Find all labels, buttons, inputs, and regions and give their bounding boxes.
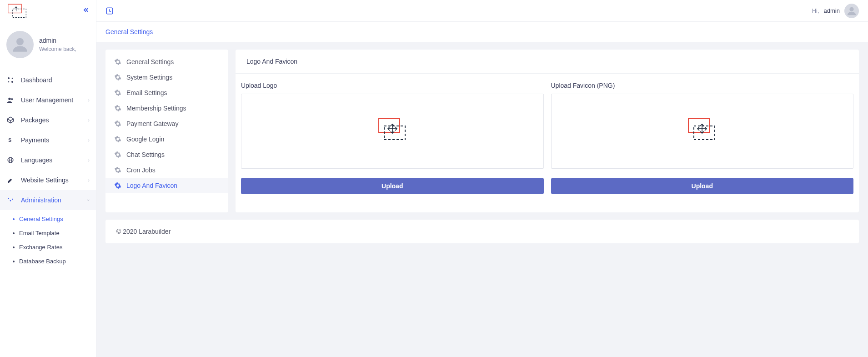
subnav-label: Database Backup [19,258,66,265]
breadcrumb[interactable]: General Settings [96,22,868,42]
upload-favicon-label: Upload Favicon (PNG) [551,82,854,89]
subnav-database-backup[interactable]: Database Backup [0,254,96,268]
upload-logo-dropzone[interactable] [241,94,544,169]
upload-favicon-dropzone[interactable] [551,94,854,169]
image-placeholder-icon [684,118,720,145]
profile-welcome: Welcome back, [39,46,76,52]
tab-label: Email Settings [126,89,167,96]
chevron-right-icon: › [88,137,90,143]
subnav-exchange-rates[interactable]: Exchange Rates [0,240,96,254]
svg-line-12 [7,119,10,121]
gear-icon [114,135,122,143]
topbar-avatar[interactable] [844,4,859,18]
settings-tabs: General Settings System Settings Email S… [105,50,228,212]
tab-label: Payment Gateway [126,120,178,127]
dashboard-icon [6,76,15,84]
footer: © 2020 Larabuilder [105,220,859,243]
tab-logo-and-favicon[interactable]: Logo And Favicon [105,178,228,193]
tab-label: Membership Settings [126,105,186,112]
upload-logo-button[interactable]: Upload [241,178,544,194]
nav-user-management[interactable]: User Management › [0,90,96,110]
chevron-right-icon: › [88,177,90,183]
tab-label: General Settings [126,58,174,65]
tab-membership-settings[interactable]: Membership Settings [105,101,228,116]
users-icon [6,96,15,104]
gear-icon [114,166,122,174]
svg-point-10 [11,98,13,100]
tab-label: Logo And Favicon [126,182,177,189]
upload-logo-col: Upload Logo [241,82,544,194]
svg-point-5 [8,77,10,79]
subnav-label: General Settings [19,216,63,222]
nav-label: Packages [21,116,49,124]
tab-label: Cron Jobs [126,166,156,174]
chevron-right-icon: › [88,157,90,163]
profile-name: admin [39,37,76,44]
main-nav: Dashboard User Management › Packages › S… [0,67,96,357]
logo-row [0,0,96,22]
upload-favicon-button[interactable]: Upload [551,178,854,194]
svg-rect-0 [8,4,21,13]
footer-text: © 2020 Larabuilder [116,228,171,235]
subnav-general-settings[interactable]: General Settings [0,212,96,226]
avatar [6,31,34,58]
svg-point-21 [12,199,13,200]
subnav-label: Email Template [19,230,60,236]
package-icon [6,116,15,124]
tab-cron-jobs[interactable]: Cron Jobs [105,162,228,178]
nav-label: Payments [21,136,49,144]
payments-icon: S [6,136,15,144]
gear-icon [114,181,122,190]
clock-icon[interactable] [105,7,114,15]
upload-logo-label: Upload Logo [241,82,544,89]
svg-point-20 [10,200,11,201]
nav-label: Languages [21,156,52,164]
gear-icon [114,151,122,159]
sliders-icon [6,196,15,204]
tab-label: Chat Settings [126,151,165,158]
nav-payments[interactable]: S Payments › [0,130,96,150]
breadcrumb-text: General Settings [105,28,153,35]
svg-point-6 [12,78,13,79]
tab-email-settings[interactable]: Email Settings [105,85,228,101]
nav-label: Administration [21,196,61,204]
collapse-sidebar-icon[interactable] [81,6,90,16]
card-title: Logo And Favicon [236,50,859,74]
gear-icon [114,58,122,66]
tab-label: Google Login [126,136,164,143]
bullet-icon [13,218,15,220]
tab-chat-settings[interactable]: Chat Settings [105,147,228,162]
nav-administration[interactable]: Administration › [0,190,96,210]
gear-icon [114,120,122,128]
chevron-down-icon: › [86,199,91,201]
bullet-icon [13,261,15,262]
chevron-right-icon: › [88,117,90,123]
svg-point-4 [16,38,24,45]
content-card: Logo And Favicon Upload Logo [236,50,859,212]
subnav-email-template[interactable]: Email Template [0,226,96,240]
nav-packages[interactable]: Packages › [0,110,96,130]
tab-system-settings[interactable]: System Settings [105,70,228,85]
gear-icon [114,73,122,81]
upload-favicon-col: Upload Favicon (PNG) [551,82,854,194]
tab-google-login[interactable]: Google Login [105,131,228,147]
globe-icon [6,156,15,164]
svg-point-19 [8,198,9,199]
nav-dashboard[interactable]: Dashboard [0,70,96,90]
nav-label: Dashboard [21,76,52,84]
topbar-username: admin [824,7,840,14]
svg-line-13 [10,119,14,121]
bullet-icon [13,232,15,234]
gear-icon [114,89,122,97]
image-placeholder-icon [374,118,411,145]
nav-website-settings[interactable]: Website Settings › [0,170,96,190]
sidebar: admin Welcome back, Dashboard User Manag… [0,0,96,357]
chevron-right-icon: › [88,97,90,103]
nav-label: Website Settings [21,176,69,184]
svg-point-7 [8,81,10,83]
svg-point-8 [11,81,13,83]
nav-languages[interactable]: Languages › [0,150,96,170]
svg-text:S: S [8,137,11,143]
tab-payment-gateway[interactable]: Payment Gateway [105,116,228,131]
tab-general-settings[interactable]: General Settings [105,54,228,70]
